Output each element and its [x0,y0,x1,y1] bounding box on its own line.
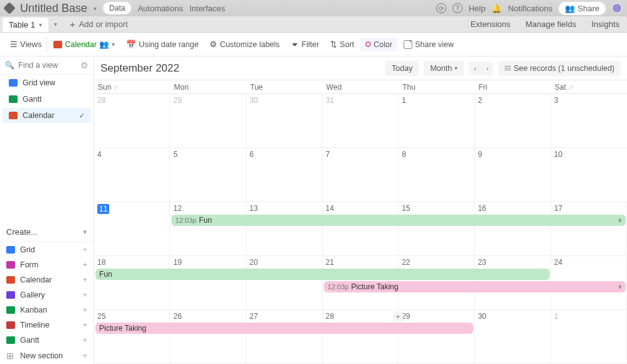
add-record-button[interactable]: + [393,311,403,321]
share-label: Share [577,4,599,13]
current-view-selector[interactable]: Calendar 👥 ▾ [48,37,120,51]
calendar-event[interactable]: Picture Taking [95,323,473,334]
help-link[interactable]: Help [469,4,486,13]
calendar-day-cell[interactable]: 11 [94,202,170,255]
sidebar-view-label: Calendar [23,111,55,120]
calendar-day-cell[interactable]: 27 [247,310,323,363]
create-new-section[interactable]: ⊞ New section + [0,348,94,364]
interfaces-link[interactable]: Interfaces [190,4,225,13]
automations-link[interactable]: Automations [137,4,183,13]
day-number: 22 [402,258,410,267]
day-number: 3 [554,96,559,105]
calendar-day-cell[interactable]: 12 [170,202,246,255]
next-month-button[interactable]: › [481,62,494,75]
calendar-day-cell[interactable]: 4 [94,148,170,201]
create-item-label: Form [20,260,38,269]
notifications-link[interactable]: Notifications [508,4,552,13]
data-tab[interactable]: Data [103,2,131,14]
calendar-day-cell[interactable]: 5 [170,148,246,201]
today-button[interactable]: Today [385,61,419,76]
calendar-day-cell[interactable]: 30 [474,310,550,363]
manage-fields-link[interactable]: Manage fields [518,16,584,32]
calendar-event[interactable]: Fun [95,269,550,280]
calendar-day-cell[interactable]: 18 [94,256,170,309]
expand-icon[interactable]: ⤢ [114,84,119,90]
chevron-down-icon[interactable]: ▾ [39,21,42,28]
range-selector[interactable]: Month ▾ [424,61,464,76]
app-logo-icon[interactable] [3,2,16,14]
calendar-day-cell[interactable]: 1 [399,94,474,147]
calendar-day-cell[interactable]: 26 [170,310,246,363]
help-icon[interactable]: ? [453,3,463,13]
sidebar-view-grid[interactable]: Grid view [3,75,91,90]
calendar-day-cell[interactable]: 3 [551,94,627,147]
customize-labels-button[interactable]: ⚙ Customize labels [205,37,284,51]
calendar-icon [9,112,18,119]
calendar-day-cell[interactable]: 28 [323,310,399,363]
base-title[interactable]: Untitled Base [20,2,87,15]
calendar-day-cell[interactable]: 15 [399,202,474,255]
calendar-day-cell[interactable]: 6 [247,148,323,201]
chevron-down-icon: ▾ [112,41,115,48]
table-tab[interactable]: Table 1 ▾ [3,18,48,32]
filter-button[interactable]: ⏷ Filter [286,38,324,51]
share-icon [404,40,412,49]
chevron-down-icon[interactable]: ▾ [94,5,97,12]
create-section-toggle[interactable]: Create... ▾ [0,222,94,242]
history-icon[interactable]: ⟳ [436,3,446,13]
color-button[interactable]: Color [360,38,397,51]
create-gantt[interactable]: Gantt + [0,333,94,348]
gear-icon[interactable]: ⚙ [80,60,88,70]
calendar-day-cell[interactable]: 31 [323,94,399,147]
calendar-day-cell[interactable]: 30 [247,94,323,147]
calendar-day-cell[interactable]: 13 [247,202,323,255]
day-number: 7 [326,150,330,159]
calendar-day-cell[interactable]: 28 [94,94,170,147]
calendar-day-cell[interactable]: 19 [170,256,246,309]
calendar-day-cell[interactable]: 2 [474,94,550,147]
expand-icon[interactable]: ⤢ [569,84,574,90]
calendar-day-cell[interactable]: 8 [399,148,474,201]
calendar-day-cell[interactable]: 10 [551,148,627,201]
create-gallery[interactable]: Gallery + [0,287,94,302]
calendar-day-cell[interactable]: 16 [474,202,550,255]
create-timeline[interactable]: Timeline + [0,318,94,333]
create-grid[interactable]: Grid + [0,242,94,257]
avatar[interactable] [612,3,622,13]
view-search-input[interactable] [18,61,75,70]
sort-button[interactable]: ⇅ Sort [325,37,359,51]
prev-month-button[interactable]: ‹ [469,62,481,75]
calendar-day-cell[interactable]: 1 [551,310,627,363]
add-table-button[interactable]: + Add or import [63,16,134,32]
expand-tables-button[interactable]: ▾ [48,16,63,32]
calendar-event[interactable]: 12:03pPicture Taking [324,281,626,292]
calendar-event[interactable]: 12:03pFun [171,215,626,226]
bell-icon[interactable]: 🔔 [491,4,501,13]
sidebar-view-calendar[interactable]: Calendar ✓ [3,108,91,123]
create-form[interactable]: Form + [0,257,94,272]
color-swatch-icon [365,41,371,47]
event-label: Fun [99,270,112,279]
share-view-button[interactable]: Share view [399,38,459,51]
calendar-day-cell[interactable]: 20 [247,256,323,309]
calendar-day-cell[interactable]: 7 [323,148,399,201]
calendar-day-cell[interactable]: 25 [94,310,170,363]
views-panel-toggle[interactable]: ☰ Views [5,37,47,52]
continues-right-icon [619,218,622,223]
share-button[interactable]: 👥 Share [559,2,606,15]
calendar-day-cell[interactable]: 17 [551,202,627,255]
calendar-day-cell[interactable]: 9 [474,148,550,201]
date-range-button[interactable]: 📅 Using date range [121,37,203,51]
sidebar-view-gantt[interactable]: Gantt [3,92,91,107]
continues-right-icon [619,284,622,289]
extensions-link[interactable]: Extensions [463,16,518,32]
day-number: 16 [478,204,486,213]
create-calendar[interactable]: Calendar + [0,272,94,287]
create-kanban[interactable]: Kanban + [0,302,94,318]
calendar-day-cell[interactable]: 29 [399,310,474,363]
see-records-button[interactable]: See records (1 unscheduled) [498,61,621,76]
calendar-day-cell[interactable]: 29 [170,94,246,147]
insights-link[interactable]: Insights [584,16,627,32]
calendar-day-cell[interactable]: 14 [323,202,399,255]
day-number: 28 [97,96,105,105]
